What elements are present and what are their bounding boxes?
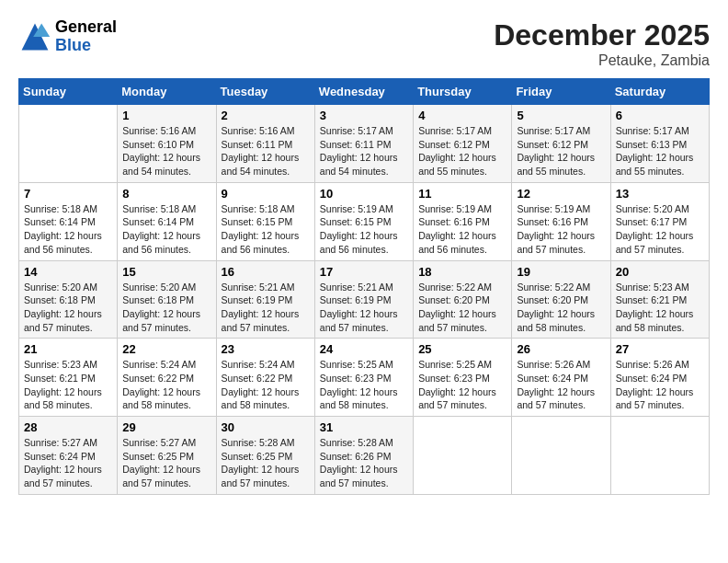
day-info: Sunrise: 5:20 AM Sunset: 6:17 PM Dayligh… — [616, 202, 704, 257]
month-year-title: December 2025 — [494, 18, 710, 52]
calendar-cell: 30Sunrise: 5:28 AM Sunset: 6:25 PM Dayli… — [216, 417, 314, 495]
day-number: 8 — [122, 187, 210, 201]
day-number: 14 — [24, 265, 112, 279]
day-number: 26 — [517, 342, 605, 356]
calendar-cell: 14Sunrise: 5:20 AM Sunset: 6:18 PM Dayli… — [19, 260, 118, 339]
day-info: Sunrise: 5:22 AM Sunset: 6:20 PM Dayligh… — [418, 281, 506, 335]
calendar-week-row: 14Sunrise: 5:20 AM Sunset: 6:18 PM Dayli… — [19, 260, 710, 339]
calendar-cell: 15Sunrise: 5:20 AM Sunset: 6:18 PM Dayli… — [118, 260, 216, 339]
day-number: 25 — [418, 342, 506, 356]
day-info: Sunrise: 5:16 AM Sunset: 6:10 PM Dayligh… — [122, 124, 210, 178]
calendar-cell: 6Sunrise: 5:17 AM Sunset: 6:13 PM Daylig… — [610, 105, 709, 183]
calendar-cell: 20Sunrise: 5:23 AM Sunset: 6:21 PM Dayli… — [610, 260, 709, 339]
day-info: Sunrise: 5:23 AM Sunset: 6:21 PM Dayligh… — [24, 358, 112, 412]
calendar-cell: 8Sunrise: 5:18 AM Sunset: 6:14 PM Daylig… — [118, 182, 216, 260]
day-info: Sunrise: 5:27 AM Sunset: 6:25 PM Dayligh… — [122, 436, 210, 490]
logo-icon — [18, 20, 51, 53]
day-number: 23 — [222, 342, 310, 356]
calendar-cell: 25Sunrise: 5:25 AM Sunset: 6:23 PM Dayli… — [414, 339, 512, 417]
day-info: Sunrise: 5:18 AM Sunset: 6:14 PM Dayligh… — [24, 202, 112, 257]
day-number: 27 — [616, 342, 704, 356]
day-number: 11 — [418, 187, 506, 201]
logo: GeneralBlue — [18, 18, 117, 55]
weekday-header-cell: Monday — [118, 79, 216, 105]
calendar-cell: 2Sunrise: 5:16 AM Sunset: 6:11 PM Daylig… — [216, 105, 314, 183]
day-info: Sunrise: 5:23 AM Sunset: 6:21 PM Dayligh… — [616, 281, 704, 335]
day-info: Sunrise: 5:19 AM Sunset: 6:16 PM Dayligh… — [418, 202, 506, 257]
calendar-week-row: 21Sunrise: 5:23 AM Sunset: 6:21 PM Dayli… — [19, 339, 710, 417]
day-number: 1 — [122, 109, 210, 122]
day-info: Sunrise: 5:19 AM Sunset: 6:15 PM Dayligh… — [320, 202, 408, 257]
calendar-cell: 1Sunrise: 5:16 AM Sunset: 6:10 PM Daylig… — [118, 105, 216, 183]
calendar-cell: 5Sunrise: 5:17 AM Sunset: 6:12 PM Daylig… — [512, 105, 610, 183]
day-number: 4 — [418, 109, 506, 122]
day-info: Sunrise: 5:20 AM Sunset: 6:18 PM Dayligh… — [122, 281, 210, 335]
day-number: 16 — [222, 265, 310, 279]
day-number: 17 — [320, 265, 408, 279]
calendar-cell: 31Sunrise: 5:28 AM Sunset: 6:26 PM Dayli… — [314, 417, 413, 495]
day-number: 20 — [616, 265, 704, 279]
day-info: Sunrise: 5:17 AM Sunset: 6:11 PM Dayligh… — [320, 124, 408, 178]
weekday-header-cell: Wednesday — [314, 79, 413, 105]
day-number: 5 — [517, 109, 605, 122]
calendar-cell — [610, 417, 709, 495]
location-subtitle: Petauke, Zambia — [494, 52, 710, 69]
calendar-cell: 7Sunrise: 5:18 AM Sunset: 6:14 PM Daylig… — [19, 182, 118, 260]
weekday-header-cell: Friday — [512, 79, 610, 105]
day-info: Sunrise: 5:28 AM Sunset: 6:25 PM Dayligh… — [222, 436, 310, 490]
day-info: Sunrise: 5:17 AM Sunset: 6:12 PM Dayligh… — [517, 124, 605, 178]
day-number: 6 — [616, 109, 704, 122]
calendar-cell: 12Sunrise: 5:19 AM Sunset: 6:16 PM Dayli… — [512, 182, 610, 260]
calendar-cell: 28Sunrise: 5:27 AM Sunset: 6:24 PM Dayli… — [19, 417, 118, 495]
day-info: Sunrise: 5:18 AM Sunset: 6:14 PM Dayligh… — [122, 202, 210, 257]
day-info: Sunrise: 5:26 AM Sunset: 6:24 PM Dayligh… — [616, 358, 704, 412]
day-info: Sunrise: 5:28 AM Sunset: 6:26 PM Dayligh… — [320, 436, 408, 490]
day-info: Sunrise: 5:21 AM Sunset: 6:19 PM Dayligh… — [320, 281, 408, 335]
day-number: 29 — [122, 420, 210, 434]
day-info: Sunrise: 5:17 AM Sunset: 6:13 PM Dayligh… — [616, 124, 704, 178]
day-info: Sunrise: 5:24 AM Sunset: 6:22 PM Dayligh… — [122, 358, 210, 412]
calendar-cell: 27Sunrise: 5:26 AM Sunset: 6:24 PM Dayli… — [610, 339, 709, 417]
day-number: 30 — [222, 420, 310, 434]
day-info: Sunrise: 5:17 AM Sunset: 6:12 PM Dayligh… — [418, 124, 506, 178]
day-info: Sunrise: 5:25 AM Sunset: 6:23 PM Dayligh… — [320, 358, 408, 412]
weekday-header-cell: Tuesday — [216, 79, 314, 105]
calendar-body: 1Sunrise: 5:16 AM Sunset: 6:10 PM Daylig… — [19, 105, 710, 495]
day-info: Sunrise: 5:26 AM Sunset: 6:24 PM Dayligh… — [517, 358, 605, 412]
calendar-cell: 10Sunrise: 5:19 AM Sunset: 6:15 PM Dayli… — [314, 182, 413, 260]
day-number: 21 — [24, 342, 112, 356]
calendar-cell — [414, 417, 512, 495]
calendar-cell: 26Sunrise: 5:26 AM Sunset: 6:24 PM Dayli… — [512, 339, 610, 417]
calendar-cell: 19Sunrise: 5:22 AM Sunset: 6:20 PM Dayli… — [512, 260, 610, 339]
day-info: Sunrise: 5:27 AM Sunset: 6:24 PM Dayligh… — [24, 436, 112, 490]
calendar-cell: 23Sunrise: 5:24 AM Sunset: 6:22 PM Dayli… — [216, 339, 314, 417]
day-number: 9 — [222, 187, 310, 201]
day-number: 19 — [517, 265, 605, 279]
day-number: 15 — [122, 265, 210, 279]
day-info: Sunrise: 5:21 AM Sunset: 6:19 PM Dayligh… — [222, 281, 310, 335]
calendar-cell: 16Sunrise: 5:21 AM Sunset: 6:19 PM Dayli… — [216, 260, 314, 339]
calendar-cell: 13Sunrise: 5:20 AM Sunset: 6:17 PM Dayli… — [610, 182, 709, 260]
day-info: Sunrise: 5:20 AM Sunset: 6:18 PM Dayligh… — [24, 281, 112, 335]
weekday-header-cell: Saturday — [610, 79, 709, 105]
calendar-cell — [19, 105, 118, 183]
logo-text: GeneralBlue — [55, 18, 117, 55]
day-info: Sunrise: 5:18 AM Sunset: 6:15 PM Dayligh… — [222, 202, 310, 257]
logo-blue: Blue — [55, 36, 91, 54]
title-block: December 2025 Petauke, Zambia — [494, 18, 710, 69]
day-info: Sunrise: 5:24 AM Sunset: 6:22 PM Dayligh… — [222, 358, 310, 412]
day-info: Sunrise: 5:22 AM Sunset: 6:20 PM Dayligh… — [517, 281, 605, 335]
calendar-cell: 21Sunrise: 5:23 AM Sunset: 6:21 PM Dayli… — [19, 339, 118, 417]
day-info: Sunrise: 5:25 AM Sunset: 6:23 PM Dayligh… — [418, 358, 506, 412]
day-number: 3 — [320, 109, 408, 122]
calendar-cell — [512, 417, 610, 495]
day-number: 24 — [320, 342, 408, 356]
day-number: 18 — [418, 265, 506, 279]
calendar-cell: 24Sunrise: 5:25 AM Sunset: 6:23 PM Dayli… — [314, 339, 413, 417]
calendar-cell: 29Sunrise: 5:27 AM Sunset: 6:25 PM Dayli… — [118, 417, 216, 495]
day-number: 2 — [222, 109, 310, 122]
weekday-header-cell: Sunday — [19, 79, 118, 105]
day-number: 7 — [24, 187, 112, 201]
page-header: GeneralBlue December 2025 Petauke, Zambi… — [18, 18, 710, 69]
day-info: Sunrise: 5:16 AM Sunset: 6:11 PM Dayligh… — [222, 124, 310, 178]
